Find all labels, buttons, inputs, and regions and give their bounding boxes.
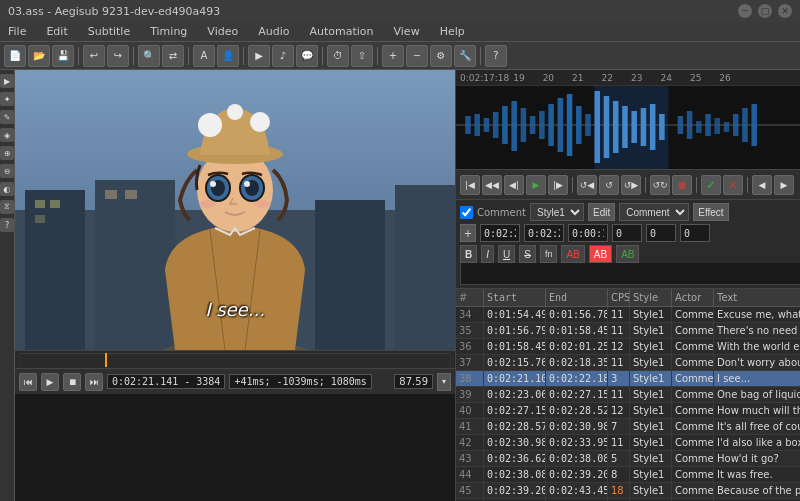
tr-start[interactable]: |◀	[460, 175, 480, 195]
table-row[interactable]: 34 0:01:54.49 0:01:56.78 11 Style1 Comme…	[456, 307, 800, 323]
tr-reject[interactable]: ✕	[723, 175, 743, 195]
table-row[interactable]: 43 0:02:36.62 0:02:38.08 5 Style1 Commen…	[456, 451, 800, 467]
tr-play-next[interactable]: |▶	[548, 175, 568, 195]
tb-style[interactable]: A	[193, 45, 215, 67]
tr-prev[interactable]: ◀◀	[482, 175, 502, 195]
tb-properties[interactable]: ⚙	[430, 45, 452, 67]
sidebar-icon-7[interactable]: ◐	[0, 182, 14, 196]
sidebar-icon-8[interactable]: ⧖	[0, 200, 14, 214]
svg-rect-42	[539, 111, 545, 139]
table-row[interactable]: 36 0:01:58.45 0:02:01.25 12 Style1 Comme…	[456, 339, 800, 355]
tb-zoom-in[interactable]: +	[382, 45, 404, 67]
tr-prev-line[interactable]: ◀	[752, 175, 772, 195]
waveform-display[interactable]	[456, 86, 800, 170]
close-button[interactable]: ✕	[778, 4, 792, 18]
comment-checkbox[interactable]	[460, 206, 473, 219]
tr-play-prev[interactable]: ◀|	[504, 175, 524, 195]
tb-save[interactable]: 💾	[52, 45, 74, 67]
menu-subtitle[interactable]: Subtitle	[84, 25, 134, 38]
tr-accept[interactable]: ✓	[701, 175, 721, 195]
sidebar-icon-1[interactable]: ▶	[0, 74, 14, 88]
tr-loop-next[interactable]: ↺▶	[621, 175, 641, 195]
cell-cps: 11	[608, 323, 630, 338]
table-row[interactable]: 42 0:02:30.98 0:02:33.95 11 Style1 Comme…	[456, 435, 800, 451]
vc-play-pause[interactable]: ▶	[41, 373, 59, 391]
menu-video[interactable]: Video	[203, 25, 242, 38]
tb-shift[interactable]: ⇧	[351, 45, 373, 67]
maximize-button[interactable]: □	[758, 4, 772, 18]
actor-select[interactable]: Comment	[619, 203, 689, 221]
tb-new[interactable]: 📄	[4, 45, 26, 67]
menu-automation[interactable]: Automation	[305, 25, 377, 38]
ab-button-1[interactable]: AB	[561, 245, 584, 263]
num-input-3[interactable]	[680, 224, 710, 242]
table-row[interactable]: 45 0:02:39.20 0:02:43.45 18 Style1 Comme…	[456, 483, 800, 499]
tb-redo[interactable]: ↪	[107, 45, 129, 67]
num-input-1[interactable]	[612, 224, 642, 242]
svg-rect-62	[724, 122, 730, 132]
vc-prev-frame[interactable]: ⏮	[19, 373, 37, 391]
tb-undo[interactable]: ↩	[83, 45, 105, 67]
tr-loop-prev[interactable]: ↺◀	[577, 175, 597, 195]
strikethrough-button[interactable]: S	[519, 245, 536, 263]
menu-file[interactable]: File	[4, 25, 30, 38]
subtitle-text-input[interactable]: I see...	[460, 263, 800, 285]
tb-help[interactable]: ?	[485, 45, 507, 67]
sidebar-icon-9[interactable]: ?	[0, 218, 14, 232]
tb-replace[interactable]: ⇄	[162, 45, 184, 67]
sidebar-icon-6[interactable]: ⊖	[0, 164, 14, 178]
num-input-2[interactable]	[646, 224, 676, 242]
tr-stop[interactable]: ■	[672, 175, 692, 195]
tb-actor[interactable]: 👤	[217, 45, 239, 67]
table-row[interactable]: 44 0:02:38.08 0:02:39.20 8 Style1 Commen…	[456, 467, 800, 483]
minimize-button[interactable]: ─	[738, 4, 752, 18]
italic-button[interactable]: I	[481, 245, 494, 263]
table-row[interactable]: 38 0:02:21.10 0:02:22.18 3 Style1 Commen…	[456, 371, 800, 387]
sidebar-icon-5[interactable]: ⊕	[0, 146, 14, 160]
timeline-ruler[interactable]	[19, 353, 451, 367]
cell-text: One bag of liquid gunpowder/nand 44 cali…	[714, 387, 800, 402]
tb-timing[interactable]: ⏱	[327, 45, 349, 67]
time-end-input[interactable]	[524, 224, 564, 242]
tr-next-line[interactable]: ▶	[774, 175, 794, 195]
ab-button-2[interactable]: AB	[589, 245, 612, 263]
ab-button-3[interactable]: AB	[616, 245, 639, 263]
duration-input[interactable]	[568, 224, 608, 242]
menu-view[interactable]: View	[390, 25, 424, 38]
menu-timing[interactable]: Timing	[146, 25, 191, 38]
fn-button[interactable]: fn	[540, 245, 558, 263]
tb-open[interactable]: 📂	[28, 45, 50, 67]
tb-video[interactable]: ▶	[248, 45, 270, 67]
tb-audio[interactable]: ♪	[272, 45, 294, 67]
menu-help[interactable]: Help	[436, 25, 469, 38]
bold-button[interactable]: B	[460, 245, 477, 263]
time-start-input[interactable]	[480, 224, 520, 242]
vc-speed-dropdown[interactable]: ▾	[437, 373, 451, 391]
table-row[interactable]: 35 0:01:56.79 0:01:58.45 11 Style1 Comme…	[456, 323, 800, 339]
vc-stop[interactable]: ⏹	[63, 373, 81, 391]
tb-zoom-out[interactable]: −	[406, 45, 428, 67]
tr-play[interactable]: ▶	[526, 175, 546, 195]
vc-next-frame[interactable]: ⏭	[85, 373, 103, 391]
add-line-btn[interactable]: +	[460, 224, 476, 242]
sidebar-icon-3[interactable]: ✎	[0, 110, 14, 124]
edit-button[interactable]: Edit	[588, 203, 615, 221]
tr-loop-line[interactable]: ↺↻	[650, 175, 670, 195]
underline-button[interactable]: U	[498, 245, 515, 263]
sidebar-icon-2[interactable]: ✦	[0, 92, 14, 106]
effect-button[interactable]: Effect	[693, 203, 728, 221]
sidebar-icon-4[interactable]: ◈	[0, 128, 14, 142]
tr-loop[interactable]: ↺	[599, 175, 619, 195]
menu-audio[interactable]: Audio	[254, 25, 293, 38]
tb-config[interactable]: 🔧	[454, 45, 476, 67]
tb-find[interactable]: 🔍	[138, 45, 160, 67]
tr-sep4	[747, 177, 748, 193]
table-row[interactable]: 41 0:02:28.57 0:02:30.98 7 Style1 Commen…	[456, 419, 800, 435]
table-row[interactable]: 37 0:02:15.76 0:02:18.35 11 Style1 Comme…	[456, 355, 800, 371]
menu-edit[interactable]: Edit	[42, 25, 71, 38]
tb-sub[interactable]: 💬	[296, 45, 318, 67]
table-row[interactable]: 39 0:02:23.06 0:02:27.15 11 Style1 Comme…	[456, 387, 800, 403]
table-row[interactable]: 40 0:02:27.15 0:02:28.52 12 Style1 Comme…	[456, 403, 800, 419]
cell-text: I see...	[714, 371, 800, 386]
style-select[interactable]: Style1	[530, 203, 584, 221]
